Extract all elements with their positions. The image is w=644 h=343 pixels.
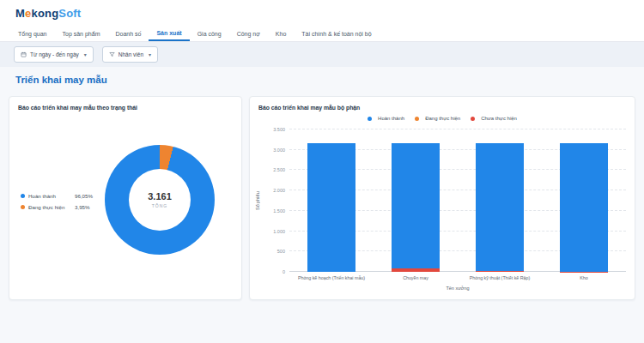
brand-part-1: M [15,7,25,20]
brand-part-3: Soft [58,7,81,20]
page-title: Triển khai may mẫu [15,75,107,85]
bar-column [542,129,626,272]
x-tick-label: Phòng kế hoạch (Triển khai mẫu) [289,275,374,280]
nav-tab-7[interactable]: Kho [268,26,294,41]
filter-funnel-icon [109,51,115,57]
bar-segment [560,143,608,272]
calendar-icon [21,51,27,57]
donut-legend: Hoàn thành96,05%Đang thực hiện3,95% [21,193,93,215]
y-axis-title: Số phiếu [255,129,260,272]
x-axis-labels: Phòng kế hoạch (Triển khai mẫu)Chuyền ma… [289,275,626,280]
app-header: MekongSoft [0,0,644,26]
bar-1 [307,143,355,272]
nav-tabs: Tổng quanTop sản phẩmDoanh sốSản xuấtGia… [0,26,644,42]
chevron-down-icon: ▾ [149,51,151,57]
nav-tab-4[interactable]: Sản xuất [149,26,189,41]
bar-legend: Hoàn thànhĐang thực hiệnChưa thực hiện [250,116,635,121]
donut-legend-item[interactable]: Đang thực hiện3,95% [21,204,93,210]
y-tick-label: 1.000 [273,229,285,234]
content-area: Triển khai may mẫu Báo cáo triển khai ma… [0,67,644,343]
x-tick-label: Phòng kỹ thuật (Thiết kế Rập) [458,275,542,280]
bar-segment [392,268,440,272]
legend-dot [21,194,25,198]
nav-tab-8[interactable]: Tài chính & kế toán nội bộ [294,26,379,41]
date-range-select[interactable]: Từ ngày - đến ngày ▾ [14,46,94,63]
x-tick-label: Kho [542,275,626,280]
bar-segment [307,143,355,272]
nav-tab-5[interactable]: Gia công [190,26,229,41]
date-range-value: Từ ngày - đến ngày [30,51,79,57]
brand-part-2: kong [31,7,58,20]
bar-3 [476,143,524,272]
donut-chart: 3.161 TỔNG [105,145,215,255]
employee-value: Nhân viên [118,51,143,57]
bar-segment [476,143,524,271]
chevron-down-icon: ▾ [84,51,87,57]
y-tick-label: 500 [277,249,285,254]
donut-total-value: 3.161 [148,191,172,202]
bar-legend-item[interactable]: Hoàn thành [368,116,404,121]
bar-segment [476,271,524,272]
bar-legend-item[interactable]: Chưa thực hiện [471,116,517,121]
y-tick-label: 2.000 [273,188,285,193]
donut-total-label: TỔNG [152,203,167,208]
nav-tab-6[interactable]: Công nợ [229,26,268,41]
legend-value: 96,05% [75,193,93,199]
legend-label: Đang thực hiện [28,204,73,210]
status-chart-card: Báo cáo triển khai may mẫu theo trạng th… [9,96,242,300]
dept-card-title: Báo cáo triển khai may mẫu bộ phận [250,97,635,111]
y-tick-label: 0 [283,269,285,274]
y-tick-label: 2.500 [273,167,285,172]
legend-label: Hoàn thành [28,193,73,199]
status-card-title: Báo cáo triển khai may mẫu theo trạng th… [9,97,241,111]
y-tick-label: 3.000 [273,147,285,153]
legend-dot [471,117,475,121]
nav-tab-2[interactable]: Top sản phẩm [54,26,107,41]
legend-label: Chưa thực hiện [481,116,517,121]
bar-4 [560,143,608,272]
filter-bar: Từ ngày - đến ngày ▾ Nhân viên ▾ [0,42,644,67]
dept-chart-card: Báo cáo triển khai may mẫu bộ phận Hoàn … [249,96,635,300]
bar-segment [392,143,440,268]
x-tick-label: Chuyền may [374,275,458,280]
legend-label: Hoàn thành [378,116,404,121]
legend-dot [21,205,25,209]
legend-dot [368,117,372,121]
bar-2 [392,143,440,272]
legend-value: 3,95% [75,204,90,210]
bar-legend-item[interactable]: Đang thực hiện [415,116,460,121]
bar-plot: 05001.0001.5002.0002.5003.0003.500 [289,129,626,272]
donut-legend-item[interactable]: Hoàn thành96,05% [21,193,93,199]
x-axis-title: Tên xưởng [289,286,626,291]
y-tick-label: 3.500 [273,127,285,132]
bar-column [458,129,542,272]
employee-select[interactable]: Nhân viên ▾ [102,46,158,63]
nav-tab-3[interactable]: Doanh số [107,26,149,41]
legend-dot [415,117,419,121]
bar-column [289,129,374,272]
y-tick-label: 1.500 [273,208,285,214]
bar-column [374,129,458,272]
bar-columns [289,129,626,272]
nav-tab-1[interactable]: Tổng quan [10,26,54,41]
brand-logo[interactable]: MekongSoft [15,7,81,20]
donut-center: 3.161 TỔNG [129,169,191,231]
legend-label: Đang thực hiện [425,116,460,121]
